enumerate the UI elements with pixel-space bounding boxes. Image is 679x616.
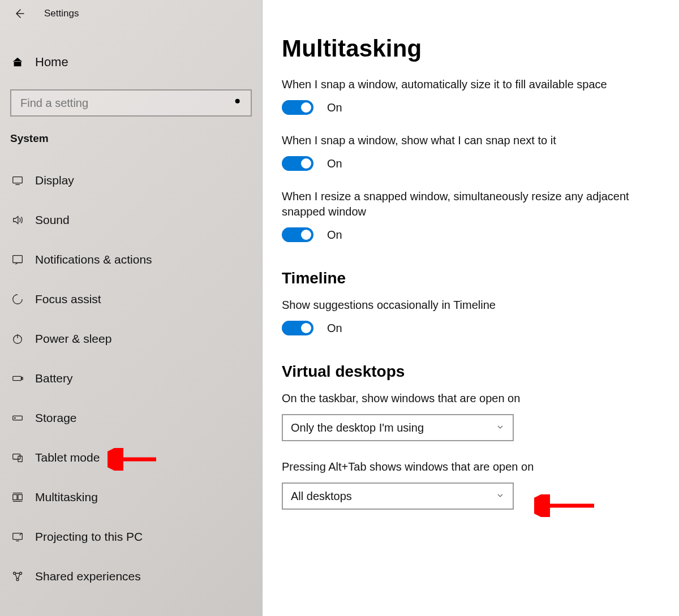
main-content: Multitasking When I snap a window, autom… bbox=[263, 0, 679, 616]
focus-assist-icon bbox=[10, 293, 25, 305]
virtual-desktops-heading: Virtual desktops bbox=[282, 363, 679, 381]
sidebar-item-sound[interactable]: Sound bbox=[0, 200, 262, 240]
sidebar-item-storage[interactable]: Storage bbox=[0, 398, 262, 438]
vd-taskbar-label: On the taskbar, show windows that are op… bbox=[282, 391, 667, 406]
sidebar-category: System bbox=[0, 117, 262, 145]
svg-rect-10 bbox=[13, 494, 17, 499]
svg-point-7 bbox=[15, 417, 15, 418]
sidebar-item-label: Notifications & actions bbox=[35, 253, 152, 266]
sidebar-item-shared-experiences[interactable]: Shared experiences bbox=[0, 557, 262, 596]
sound-icon bbox=[10, 214, 25, 226]
snap-resize-toggle[interactable] bbox=[282, 227, 313, 242]
sidebar-item-notifications[interactable]: Notifications & actions bbox=[0, 240, 262, 279]
chevron-down-icon bbox=[496, 490, 505, 503]
sidebar-home[interactable]: Home bbox=[0, 46, 262, 78]
sidebar-item-projecting[interactable]: Projecting to this PC bbox=[0, 517, 262, 557]
snap-fill-label: When I snap a window, automatically size… bbox=[282, 77, 667, 92]
storage-icon bbox=[10, 412, 25, 424]
power-icon bbox=[10, 333, 25, 345]
sidebar-nav: Display Sound Notifications & actions Fo… bbox=[0, 161, 262, 596]
sidebar-item-label: Storage bbox=[35, 411, 77, 425]
search-input[interactable] bbox=[19, 96, 234, 110]
timeline-heading: Timeline bbox=[282, 269, 679, 287]
app-title: Settings bbox=[44, 8, 79, 19]
sidebar-item-label: Focus assist bbox=[35, 292, 101, 306]
sidebar: Settings Home System Display Sound bbox=[0, 0, 263, 616]
timeline-suggestions-state: On bbox=[327, 322, 342, 335]
projecting-icon bbox=[10, 531, 25, 543]
sidebar-home-label: Home bbox=[35, 55, 68, 70]
sidebar-item-multitasking[interactable]: Multitasking bbox=[0, 477, 262, 517]
timeline-suggestions-toggle[interactable] bbox=[282, 321, 313, 335]
snap-fill-toggle[interactable] bbox=[282, 100, 313, 115]
svg-rect-8 bbox=[13, 454, 20, 459]
sidebar-item-label: Projecting to this PC bbox=[35, 530, 143, 544]
sidebar-item-focus-assist[interactable]: Focus assist bbox=[0, 279, 262, 319]
vd-alttab-label: Pressing Alt+Tab shows windows that are … bbox=[282, 459, 667, 475]
sidebar-item-label: Battery bbox=[35, 372, 73, 385]
sidebar-item-label: Sound bbox=[35, 213, 70, 227]
snap-resize-label: When I resize a snapped window, simultan… bbox=[282, 189, 667, 219]
search-icon bbox=[234, 97, 243, 109]
tablet-mode-icon bbox=[10, 451, 25, 464]
svg-rect-1 bbox=[13, 177, 23, 183]
sidebar-item-label: Power & sleep bbox=[35, 332, 111, 346]
sidebar-item-battery[interactable]: Battery bbox=[0, 359, 262, 398]
shared-experiences-icon bbox=[10, 570, 25, 583]
back-button[interactable] bbox=[10, 5, 28, 23]
vd-taskbar-dropdown[interactable]: Only the desktop I'm using bbox=[282, 414, 514, 441]
timeline-suggestions-label: Show suggestions occasionally in Timelin… bbox=[282, 298, 667, 313]
home-icon bbox=[10, 56, 25, 68]
snap-next-label: When I snap a window, show what I can sn… bbox=[282, 133, 667, 148]
sidebar-item-label: Display bbox=[35, 174, 74, 187]
snap-resize-state: On bbox=[327, 229, 342, 242]
sidebar-item-label: Shared experiences bbox=[35, 570, 141, 583]
svg-rect-2 bbox=[13, 256, 23, 263]
search-box[interactable] bbox=[10, 89, 252, 117]
svg-point-15 bbox=[16, 578, 19, 580]
sidebar-item-power-sleep[interactable]: Power & sleep bbox=[0, 319, 262, 359]
multitasking-icon bbox=[10, 491, 25, 503]
snap-next-toggle[interactable] bbox=[282, 156, 313, 171]
svg-rect-11 bbox=[18, 494, 22, 499]
vd-alttab-dropdown[interactable]: All desktops bbox=[282, 483, 514, 510]
sidebar-item-label: Multitasking bbox=[35, 490, 98, 504]
sidebar-item-label: Tablet mode bbox=[35, 451, 100, 464]
notifications-icon bbox=[10, 253, 25, 266]
battery-icon bbox=[10, 372, 25, 385]
svg-rect-5 bbox=[22, 377, 23, 380]
page-title: Multitasking bbox=[282, 35, 679, 62]
sidebar-item-tablet-mode[interactable]: Tablet mode bbox=[0, 438, 262, 477]
snap-fill-state: On bbox=[327, 101, 342, 114]
sidebar-item-display[interactable]: Display bbox=[0, 161, 262, 200]
snap-next-state: On bbox=[327, 157, 342, 170]
svg-rect-4 bbox=[13, 376, 22, 380]
chevron-down-icon bbox=[496, 421, 505, 434]
vd-taskbar-value: Only the desktop I'm using bbox=[291, 421, 424, 434]
svg-point-0 bbox=[235, 99, 240, 104]
display-icon bbox=[10, 174, 25, 187]
vd-alttab-value: All desktops bbox=[291, 490, 352, 503]
